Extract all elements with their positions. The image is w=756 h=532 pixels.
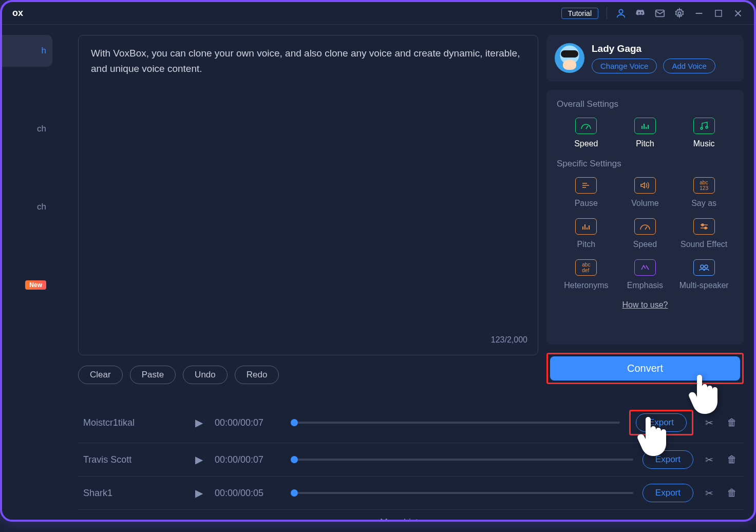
discord-icon[interactable]	[635, 8, 646, 19]
speed-icon	[575, 118, 597, 134]
app-title: ox	[12, 8, 23, 18]
trash-icon[interactable]: 🗑	[725, 454, 739, 465]
sidebar-item-new[interactable]: New	[2, 269, 52, 301]
mail-icon[interactable]	[654, 8, 666, 19]
svg-point-2	[678, 12, 681, 15]
play-icon[interactable]: ▶	[195, 416, 205, 429]
paste-button[interactable]: Paste	[130, 366, 176, 384]
settings-panel: Overall Settings Speed Pitch	[546, 90, 744, 345]
sidebar-item-1[interactable]: ch	[2, 113, 52, 145]
track-slider[interactable]	[291, 459, 633, 461]
setting-multispeaker[interactable]: Multi-speaker	[678, 259, 730, 290]
voice-name: Lady Gaga	[592, 43, 735, 54]
redo-button[interactable]: Redo	[235, 366, 279, 384]
setting-emphasis[interactable]: Emphasis	[619, 259, 671, 290]
char-count: 123/2,000	[491, 333, 527, 347]
multispeaker-icon	[693, 259, 715, 276]
volume-icon	[634, 177, 656, 194]
play-icon[interactable]: ▶	[195, 453, 205, 466]
tracks-list: Moistcr1tikal ▶ 00:00/00:07 Export ✂ 🗑 T…	[78, 403, 744, 522]
setting-pause[interactable]: Pause	[560, 177, 612, 208]
track-name: Shark1	[83, 488, 186, 499]
pause-icon	[575, 177, 597, 194]
svg-point-25	[705, 227, 707, 229]
svg-point-24	[702, 224, 704, 226]
more-history-link[interactable]: More history>>	[78, 510, 744, 522]
track-time: 00:00/00:05	[215, 488, 281, 499]
setting-heteronyms[interactable]: abcdef Heteronyms	[560, 259, 612, 290]
track-row: Travis Scott ▶ 00:00/00:07 Export ✂ 🗑	[78, 443, 744, 477]
svg-point-26	[701, 265, 704, 268]
svg-line-7	[586, 126, 588, 129]
editor-text: With VoxBox, you can clone your own voic…	[91, 46, 525, 77]
play-icon[interactable]: ▶	[195, 487, 205, 499]
undo-button[interactable]: Undo	[183, 366, 228, 384]
sidebar-item-2[interactable]: ch	[2, 191, 52, 223]
minimize-icon[interactable]	[693, 8, 705, 19]
trash-icon[interactable]: 🗑	[725, 417, 739, 428]
track-name: Travis Scott	[83, 454, 186, 465]
music-icon	[693, 118, 715, 134]
svg-point-13	[706, 126, 708, 128]
track-slider[interactable]	[291, 492, 633, 494]
user-icon[interactable]	[615, 8, 627, 19]
how-to-use-link[interactable]: How to use?	[557, 300, 733, 310]
sidebar-item-0[interactable]: h	[2, 35, 52, 67]
svg-point-27	[705, 265, 708, 268]
clear-button[interactable]: Clear	[78, 366, 123, 384]
setting-pitch[interactable]: Pitch	[619, 118, 671, 148]
convert-button[interactable]: Convert	[550, 356, 740, 381]
convert-highlight: Convert	[546, 353, 744, 384]
svg-line-21	[645, 226, 647, 230]
text-editor[interactable]: With VoxBox, you can clone your own voic…	[78, 35, 538, 355]
sidebar: h ch ch New	[2, 25, 52, 520]
export-button[interactable]: Export	[642, 484, 693, 502]
track-time: 00:00/00:07	[215, 454, 281, 465]
maximize-icon[interactable]	[713, 8, 724, 19]
close-icon[interactable]	[732, 8, 744, 19]
track-name: Moistcr1tikal	[83, 417, 186, 428]
pitch-icon	[634, 118, 656, 134]
svg-point-0	[619, 9, 622, 13]
heteronyms-icon: abcdef	[575, 259, 597, 276]
avatar	[555, 43, 584, 73]
export-highlight: Export	[629, 410, 693, 435]
add-voice-button[interactable]: Add Voice	[663, 59, 715, 73]
gear-icon[interactable]	[674, 8, 685, 19]
tutorial-button[interactable]: Tutorial	[561, 8, 598, 19]
titlebar: ox Tutorial	[2, 2, 754, 25]
scissors-icon[interactable]: ✂	[703, 417, 716, 429]
change-voice-button[interactable]: Change Voice	[592, 59, 657, 73]
specific-settings-label: Specific Settings	[557, 159, 733, 169]
voice-card: Lady Gaga Change Voice Add Voice	[546, 35, 744, 82]
soundeffect-icon	[693, 218, 715, 235]
setting-speed[interactable]: Speed	[560, 118, 612, 148]
svg-point-12	[701, 127, 703, 129]
track-slider[interactable]	[291, 422, 620, 424]
export-button[interactable]: Export	[636, 413, 687, 432]
speed2-icon	[634, 218, 656, 235]
setting-pitch2[interactable]: Pitch	[560, 218, 612, 249]
sayas-icon: abc123	[693, 177, 715, 194]
scissors-icon[interactable]: ✂	[703, 454, 716, 466]
track-row: Shark1 ▶ 00:00/00:05 Export ✂ 🗑	[78, 477, 744, 510]
new-badge: New	[25, 280, 46, 290]
track-row: Moistcr1tikal ▶ 00:00/00:07 Export ✂ 🗑	[78, 403, 744, 443]
svg-rect-4	[715, 10, 722, 16]
setting-sayas[interactable]: abc123 Say as	[678, 177, 730, 208]
pitch2-icon	[575, 218, 597, 235]
setting-music[interactable]: Music	[678, 118, 730, 148]
track-time: 00:00/00:07	[215, 417, 281, 428]
divider	[607, 7, 607, 20]
setting-soundeffect[interactable]: Sound Effect	[678, 218, 730, 249]
export-button[interactable]: Export	[642, 450, 693, 469]
trash-icon[interactable]: 🗑	[725, 487, 739, 499]
emphasis-icon	[634, 259, 656, 276]
scissors-icon[interactable]: ✂	[703, 487, 716, 499]
setting-speed2[interactable]: Speed	[619, 218, 671, 249]
setting-volume[interactable]: Volume	[619, 177, 671, 208]
overall-settings-label: Overall Settings	[557, 99, 733, 109]
